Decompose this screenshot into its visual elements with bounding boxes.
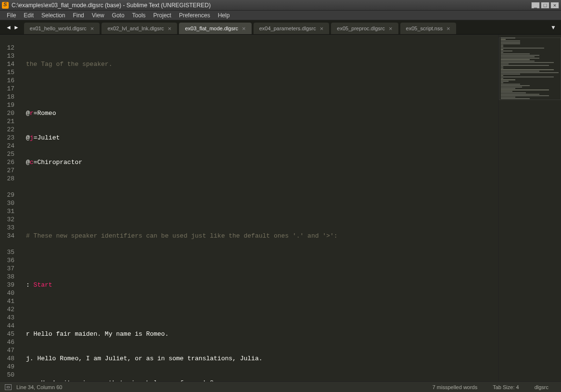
- tab-label: ex05_script.nss: [406, 25, 443, 31]
- speaker-key: c: [30, 159, 34, 166]
- line-gutter: 1213141516171819202122232425262728293031…: [0, 35, 19, 381]
- menu-tools[interactable]: Tools: [128, 12, 150, 19]
- dialog-line: r Hello fair maiden. My name is Romeo.: [26, 330, 168, 338]
- minimap[interactable]: [498, 35, 561, 381]
- dialog-line: j. Hello Romeo, I am Juliet, or as in so…: [26, 355, 262, 362]
- label-start: Start: [34, 281, 52, 289]
- status-spellcheck[interactable]: 7 misspelled words: [425, 384, 485, 390]
- speaker-key: j: [30, 134, 34, 141]
- tab-ex03[interactable]: ex03_flat_mode.dlgsrc×: [179, 23, 251, 34]
- tab-label: ex02_lvl_and_lnk.dlgsrc: [107, 25, 164, 31]
- status-syntax[interactable]: dlgsrc: [527, 384, 556, 390]
- menu-find[interactable]: Find: [69, 12, 88, 19]
- tab-next-icon[interactable]: ►: [13, 24, 19, 31]
- tab-close-icon[interactable]: ×: [242, 25, 246, 32]
- menu-edit[interactable]: Edit: [20, 12, 38, 19]
- tab-ex04[interactable]: ex04_parameters.dlgsrc×: [254, 23, 330, 34]
- comment: # These new speaker identifiers can be u…: [26, 232, 338, 240]
- tab-prev-icon[interactable]: ◄: [6, 24, 12, 31]
- at-symbol: @: [26, 134, 30, 141]
- menu-help[interactable]: Help: [214, 12, 234, 19]
- close-button[interactable]: ×: [550, 2, 559, 9]
- editor-area[interactable]: the Tag of the speaker. @r=Romeo @j=Juli…: [19, 35, 498, 381]
- tab-close-icon[interactable]: ×: [446, 25, 450, 32]
- label-colon: :: [26, 281, 34, 289]
- tab-label: ex04_parameters.dlgsrc: [259, 25, 316, 31]
- minimize-button[interactable]: _: [531, 2, 540, 9]
- tab-overflow-icon[interactable]: ▼: [546, 24, 561, 31]
- status-tabsize[interactable]: Tab Size: 4: [485, 384, 526, 390]
- tab-ex05s[interactable]: ex05_script.nss×: [400, 23, 456, 34]
- at-symbol: @: [26, 159, 30, 166]
- tab-close-icon[interactable]: ×: [320, 25, 324, 32]
- menu-selection[interactable]: Selection: [38, 12, 69, 19]
- at-symbol: @: [26, 110, 30, 117]
- menu-view[interactable]: View: [88, 12, 108, 19]
- menu-file[interactable]: File: [3, 12, 20, 19]
- status-bar: Line 34, Column 60 7 misspelled words Ta…: [0, 381, 561, 392]
- menu-project[interactable]: Project: [150, 12, 175, 19]
- status-position[interactable]: Line 34, Column 60: [16, 384, 62, 390]
- speaker-def: =Chiropractor: [34, 159, 82, 166]
- tab-label: ex05_preproc.dlgsrc: [337, 25, 385, 31]
- panel-toggle-icon[interactable]: [5, 384, 12, 390]
- app-icon: [2, 2, 9, 9]
- tab-strip: ◄ ► ex01_hello_world.dlgsrc× ex02_lvl_an…: [0, 20, 561, 35]
- tab-ex05p[interactable]: ex05_preproc.dlgsrc×: [331, 23, 398, 34]
- code-text: the Tag of the speaker.: [26, 61, 112, 68]
- maximize-button[interactable]: □: [541, 2, 549, 9]
- menu-preferences[interactable]: Preferences: [175, 12, 214, 19]
- tab-ex01[interactable]: ex01_hello_world.dlgsrc×: [24, 23, 100, 34]
- menu-goto[interactable]: Goto: [108, 12, 128, 19]
- menubar: File Edit Selection Find View Goto Tools…: [0, 11, 561, 20]
- window-title: C:\examples\ex03_flat_mode.dlgsrc (base)…: [12, 2, 530, 9]
- tab-close-icon[interactable]: ×: [168, 25, 172, 32]
- speaker-def: =Romeo: [34, 110, 56, 117]
- tab-close-icon[interactable]: ×: [90, 25, 94, 32]
- speaker-def: =Juliet: [34, 134, 60, 141]
- tab-label: ex03_flat_mode.dlgsrc: [185, 25, 238, 31]
- speaker-key: r: [30, 110, 34, 117]
- tab-close-icon[interactable]: ×: [389, 25, 393, 32]
- tab-label: ex01_hello_world.dlgsrc: [30, 25, 87, 31]
- tab-ex02[interactable]: ex02_lvl_and_lnk.dlgsrc×: [102, 23, 177, 34]
- minimap-viewport[interactable]: [499, 38, 561, 100]
